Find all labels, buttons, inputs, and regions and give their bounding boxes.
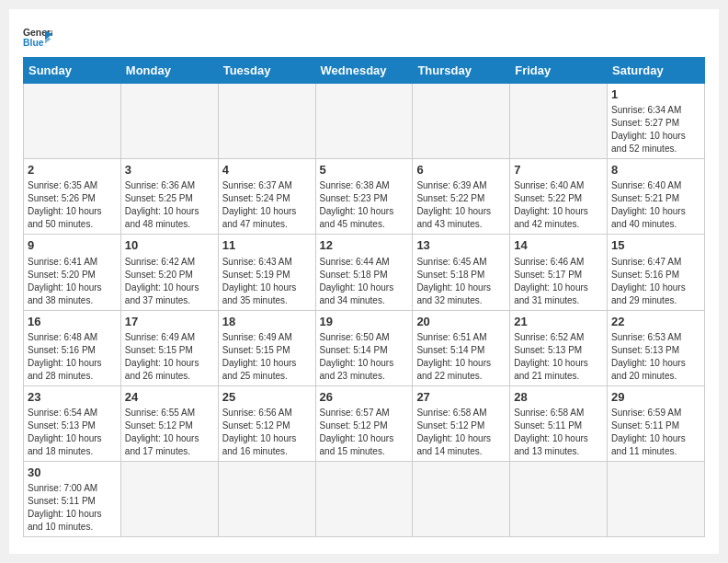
day-info: Sunrise: 6:43 AM Sunset: 5:19 PM Dayligh… [222, 256, 312, 307]
day-cell: 18Sunrise: 6:49 AM Sunset: 5:15 PM Dayli… [218, 310, 315, 385]
day-info: Sunrise: 6:36 AM Sunset: 5:25 PM Dayligh… [125, 179, 214, 231]
weekday-header-friday: Friday [510, 58, 608, 84]
calendar-table: SundayMondayTuesdayWednesdayThursdayFrid… [23, 57, 705, 537]
day-cell: 25Sunrise: 6:56 AM Sunset: 5:12 PM Dayli… [218, 385, 315, 461]
day-number: 6 [416, 162, 506, 178]
day-cell: 19Sunrise: 6:50 AM Sunset: 5:14 PM Dayli… [315, 310, 413, 385]
weekday-header-tuesday: Tuesday [218, 58, 315, 84]
day-cell: 9Sunrise: 6:41 AM Sunset: 5:20 PM Daylig… [24, 235, 121, 310]
week-row-3: 9Sunrise: 6:41 AM Sunset: 5:20 PM Daylig… [24, 235, 705, 310]
day-info: Sunrise: 6:49 AM Sunset: 5:15 PM Dayligh… [125, 331, 214, 383]
day-cell: 15Sunrise: 6:47 AM Sunset: 5:16 PM Dayli… [608, 235, 705, 310]
day-info: Sunrise: 6:58 AM Sunset: 5:11 PM Dayligh… [514, 407, 603, 458]
day-number: 22 [611, 314, 700, 330]
day-cell [510, 461, 608, 536]
day-info: Sunrise: 6:48 AM Sunset: 5:16 PM Dayligh… [28, 331, 117, 383]
day-cell [315, 461, 413, 536]
week-row-5: 23Sunrise: 6:54 AM Sunset: 5:13 PM Dayli… [24, 385, 705, 461]
day-number: 14 [514, 237, 603, 254]
day-info: Sunrise: 6:42 AM Sunset: 5:20 PM Dayligh… [125, 256, 214, 307]
day-number: 1 [611, 86, 700, 103]
day-cell: 22Sunrise: 6:53 AM Sunset: 5:13 PM Dayli… [608, 310, 705, 385]
day-number: 19 [320, 314, 409, 330]
day-cell: 6Sunrise: 6:39 AM Sunset: 5:22 PM Daylig… [413, 159, 510, 235]
day-number: 7 [514, 162, 603, 178]
day-cell: 8Sunrise: 6:40 AM Sunset: 5:21 PM Daylig… [608, 159, 705, 235]
day-cell [120, 84, 218, 159]
svg-text:Blue: Blue [23, 38, 44, 48]
day-cell [218, 84, 315, 159]
day-number: 18 [222, 314, 312, 330]
day-number: 10 [125, 237, 214, 254]
day-info: Sunrise: 6:47 AM Sunset: 5:16 PM Dayligh… [611, 256, 700, 307]
day-cell: 11Sunrise: 6:43 AM Sunset: 5:19 PM Dayli… [218, 235, 315, 310]
day-info: Sunrise: 6:37 AM Sunset: 5:24 PM Dayligh… [222, 179, 312, 231]
weekday-header-thursday: Thursday [413, 58, 510, 84]
day-info: Sunrise: 6:45 AM Sunset: 5:18 PM Dayligh… [416, 256, 506, 307]
day-cell [608, 461, 705, 536]
day-cell [413, 84, 510, 159]
day-cell: 21Sunrise: 6:52 AM Sunset: 5:13 PM Dayli… [510, 310, 608, 385]
day-cell: 27Sunrise: 6:58 AM Sunset: 5:12 PM Dayli… [413, 385, 510, 461]
day-cell: 30Sunrise: 7:00 AM Sunset: 5:11 PM Dayli… [24, 461, 121, 536]
header: General Blue [23, 18, 705, 50]
day-cell: 12Sunrise: 6:44 AM Sunset: 5:18 PM Dayli… [315, 235, 413, 310]
logo: General Blue [23, 24, 52, 50]
day-info: Sunrise: 6:35 AM Sunset: 5:26 PM Dayligh… [28, 179, 117, 231]
logo-svg: General Blue [23, 24, 52, 50]
day-info: Sunrise: 6:40 AM Sunset: 5:22 PM Dayligh… [514, 179, 603, 231]
day-number: 20 [416, 314, 506, 330]
day-number: 9 [28, 237, 117, 254]
day-number: 26 [320, 389, 409, 406]
day-number: 23 [28, 389, 117, 406]
day-info: Sunrise: 6:54 AM Sunset: 5:13 PM Dayligh… [28, 407, 117, 458]
week-row-1: 1Sunrise: 6:34 AM Sunset: 5:27 PM Daylig… [24, 84, 705, 159]
day-cell: 16Sunrise: 6:48 AM Sunset: 5:16 PM Dayli… [24, 310, 121, 385]
day-cell: 5Sunrise: 6:38 AM Sunset: 5:23 PM Daylig… [315, 159, 413, 235]
day-cell: 13Sunrise: 6:45 AM Sunset: 5:18 PM Dayli… [413, 235, 510, 310]
day-number: 15 [611, 237, 700, 254]
day-cell: 17Sunrise: 6:49 AM Sunset: 5:15 PM Dayli… [120, 310, 218, 385]
day-info: Sunrise: 6:53 AM Sunset: 5:13 PM Dayligh… [611, 331, 700, 383]
day-info: Sunrise: 6:40 AM Sunset: 5:21 PM Dayligh… [611, 179, 700, 231]
day-number: 25 [222, 389, 312, 406]
day-number: 3 [125, 162, 214, 178]
day-cell [315, 84, 413, 159]
day-number: 4 [222, 162, 312, 178]
day-info: Sunrise: 6:44 AM Sunset: 5:18 PM Dayligh… [320, 256, 409, 307]
day-cell: 1Sunrise: 6:34 AM Sunset: 5:27 PM Daylig… [608, 84, 705, 159]
day-number: 27 [416, 389, 506, 406]
day-number: 16 [28, 314, 117, 330]
calendar-page: General Blue SundayMondayTuesdayWednesda… [9, 9, 719, 554]
week-row-4: 16Sunrise: 6:48 AM Sunset: 5:16 PM Dayli… [24, 310, 705, 385]
week-row-6: 30Sunrise: 7:00 AM Sunset: 5:11 PM Dayli… [24, 461, 705, 536]
day-info: Sunrise: 6:46 AM Sunset: 5:17 PM Dayligh… [514, 256, 603, 307]
day-cell: 29Sunrise: 6:59 AM Sunset: 5:11 PM Dayli… [608, 385, 705, 461]
day-cell [413, 461, 510, 536]
day-cell: 7Sunrise: 6:40 AM Sunset: 5:22 PM Daylig… [510, 159, 608, 235]
day-info: Sunrise: 6:50 AM Sunset: 5:14 PM Dayligh… [320, 331, 409, 383]
day-cell: 2Sunrise: 6:35 AM Sunset: 5:26 PM Daylig… [24, 159, 121, 235]
day-number: 13 [416, 237, 506, 254]
day-number: 11 [222, 237, 312, 254]
day-number: 2 [28, 162, 117, 178]
weekday-header-row: SundayMondayTuesdayWednesdayThursdayFrid… [24, 58, 705, 84]
day-info: Sunrise: 7:00 AM Sunset: 5:11 PM Dayligh… [28, 482, 117, 534]
day-info: Sunrise: 6:49 AM Sunset: 5:15 PM Dayligh… [222, 331, 312, 383]
day-cell: 4Sunrise: 6:37 AM Sunset: 5:24 PM Daylig… [218, 159, 315, 235]
day-info: Sunrise: 6:34 AM Sunset: 5:27 PM Dayligh… [611, 104, 700, 155]
day-cell: 10Sunrise: 6:42 AM Sunset: 5:20 PM Dayli… [120, 235, 218, 310]
day-number: 21 [514, 314, 603, 330]
weekday-header-saturday: Saturday [608, 58, 705, 84]
day-cell: 3Sunrise: 6:36 AM Sunset: 5:25 PM Daylig… [120, 159, 218, 235]
day-cell [510, 84, 608, 159]
day-number: 30 [28, 465, 117, 481]
day-number: 29 [611, 389, 700, 406]
day-info: Sunrise: 6:52 AM Sunset: 5:13 PM Dayligh… [514, 331, 603, 383]
day-cell: 24Sunrise: 6:55 AM Sunset: 5:12 PM Dayli… [120, 385, 218, 461]
day-info: Sunrise: 6:55 AM Sunset: 5:12 PM Dayligh… [125, 407, 214, 458]
day-cell: 26Sunrise: 6:57 AM Sunset: 5:12 PM Dayli… [315, 385, 413, 461]
weekday-header-sunday: Sunday [24, 58, 121, 84]
day-info: Sunrise: 6:56 AM Sunset: 5:12 PM Dayligh… [222, 407, 312, 458]
day-info: Sunrise: 6:39 AM Sunset: 5:22 PM Dayligh… [416, 179, 506, 231]
